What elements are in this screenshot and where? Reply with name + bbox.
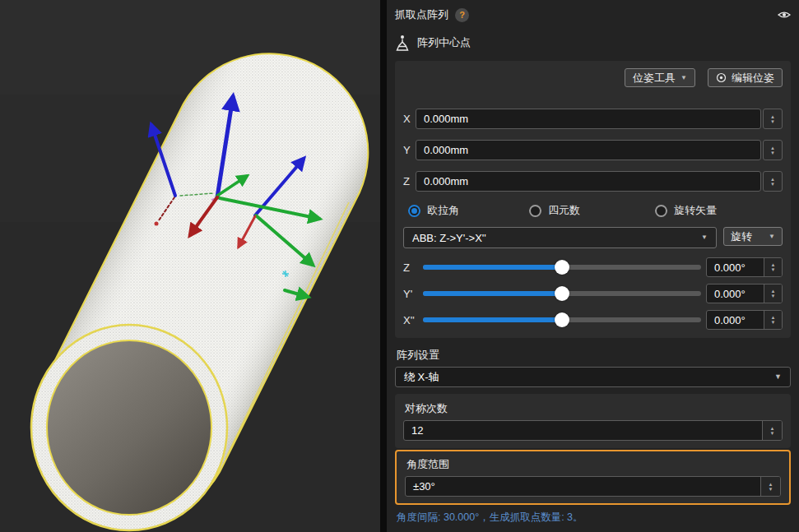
slider-x-value: 0.000° xyxy=(707,311,764,329)
euler-convention-row: ABB: Z->Y'->X'' ▼ 旋转 ▼ xyxy=(403,227,783,248)
coord-y-value: 0.000mm xyxy=(424,144,468,156)
slider-z-spinner[interactable]: ▲▼ xyxy=(764,258,782,276)
pose-tools-button[interactable]: 位姿工具 ▼ xyxy=(625,68,695,87)
angle-range-groupbox-highlighted: 角度范围 ±30° ▲▼ xyxy=(395,450,791,505)
coord-y-input[interactable]: 0.000mm xyxy=(416,140,761,160)
pose-toolbar: 位姿工具 ▼ 编辑位姿 xyxy=(403,68,783,87)
grasp-array-panel: 抓取点阵列 ? 阵列中心点 位姿工具 ▼ xyxy=(387,0,799,532)
array-center-point-row: 阵列中心点 xyxy=(395,34,791,52)
slider-y-label: Y' xyxy=(403,288,423,300)
chevron-down-icon: ▼ xyxy=(774,373,782,381)
euler-convention-dropdown[interactable]: ABB: Z->Y'->X'' ▼ xyxy=(403,227,717,248)
viewport-panel-splitter[interactable] xyxy=(380,0,387,532)
slider-y-spinner[interactable]: ▲▼ xyxy=(764,285,782,303)
pose-groupbox: 位姿工具 ▼ 编辑位姿 X 0.000mm ▲▼ Y 0.000mm xyxy=(395,61,791,338)
coord-z-value: 0.000mm xyxy=(424,175,468,187)
angle-range-spinner[interactable]: ▲▼ xyxy=(760,477,780,496)
edit-pose-button[interactable]: 编辑位姿 xyxy=(708,68,783,87)
slider-handle[interactable] xyxy=(555,286,569,301)
cylinder-opening xyxy=(31,325,227,530)
slider-x-label: X'' xyxy=(403,314,423,326)
pose-tools-label: 位姿工具 xyxy=(633,71,676,86)
slider-row-y: Y' 0.000° ▲▼ xyxy=(403,285,783,303)
slider-handle[interactable] xyxy=(555,260,569,275)
radio-circle xyxy=(529,205,541,217)
angle-range-input[interactable]: ±30° ▲▼ xyxy=(405,476,781,497)
point-cloud-cylinder xyxy=(0,0,380,532)
coord-x-input[interactable]: 0.000mm xyxy=(416,109,761,129)
radio-quaternion[interactable]: 四元数 xyxy=(529,203,655,218)
radio-euler-angles[interactable]: 欧拉角 xyxy=(408,203,529,218)
symmetry-count-label: 对称次数 xyxy=(405,401,781,415)
radio-euler-label: 欧拉角 xyxy=(427,203,459,218)
rotate-button[interactable]: 旋转 ▼ xyxy=(723,227,783,246)
grasp-point-icon xyxy=(395,35,410,52)
coord-row-z: Z 0.000mm ▲▼ xyxy=(403,171,783,192)
coord-row-x: X 0.000mm ▲▼ xyxy=(403,109,783,129)
slider-x[interactable] xyxy=(423,312,701,327)
slider-x-valuebox[interactable]: 0.000° ▲▼ xyxy=(706,310,783,330)
coord-x-value: 0.000mm xyxy=(424,113,468,125)
symmetry-count-spinner[interactable]: ▲▼ xyxy=(762,421,782,440)
slider-z-label: Z xyxy=(403,261,423,274)
slider-row-x: X'' 0.000° ▲▼ xyxy=(403,311,783,329)
array-settings-label: 阵列设置 xyxy=(397,348,789,361)
slider-z-value: 0.000° xyxy=(707,258,764,276)
radio-quaternion-label: 四元数 xyxy=(548,203,580,218)
coord-y-label: Y xyxy=(403,144,416,156)
slider-y-valuebox[interactable]: 0.000° ▲▼ xyxy=(706,284,783,303)
rotation-axis-dropdown[interactable]: 绕 X-轴 ▼ xyxy=(395,367,791,387)
slider-x-spinner[interactable]: ▲▼ xyxy=(764,311,782,329)
coord-x-label: X xyxy=(403,113,416,125)
chevron-down-icon: ▼ xyxy=(681,75,687,81)
rotation-axis-value: 绕 X-轴 xyxy=(404,370,439,385)
coord-z-input[interactable]: 0.000mm xyxy=(416,171,761,192)
visibility-eye-icon[interactable] xyxy=(778,10,791,20)
coord-row-y: Y 0.000mm ▲▼ xyxy=(403,140,783,160)
panel-title: 抓取点阵列 xyxy=(395,7,448,22)
slider-y-value: 0.000° xyxy=(707,285,764,303)
coord-x-spinner[interactable]: ▲▼ xyxy=(763,109,783,129)
euler-convention-value: ABB: Z->Y'->X'' xyxy=(412,232,486,244)
3d-viewport[interactable] xyxy=(0,0,380,532)
radio-circle xyxy=(655,205,667,217)
slider-z[interactable] xyxy=(423,260,701,275)
coord-z-label: Z xyxy=(403,175,416,187)
slider-z-valuebox[interactable]: 0.000° ▲▼ xyxy=(706,257,783,277)
symmetry-groupbox: 对称次数 12 ▲▼ xyxy=(395,394,791,448)
angle-range-label: 角度范围 xyxy=(406,457,779,471)
slider-y[interactable] xyxy=(423,286,701,301)
rotate-label: 旋转 xyxy=(731,229,752,244)
coord-z-spinner[interactable]: ▲▼ xyxy=(763,171,783,192)
target-icon xyxy=(716,72,727,83)
array-center-point-label: 阵列中心点 xyxy=(417,35,471,50)
panel-header: 抓取点阵列 ? xyxy=(395,7,791,23)
radio-rotation-vector-label: 旋转矢量 xyxy=(674,203,717,218)
help-icon[interactable]: ? xyxy=(455,8,469,22)
rotation-type-radios: 欧拉角 四元数 旋转矢量 xyxy=(408,204,783,217)
slider-handle[interactable] xyxy=(555,312,569,327)
symmetry-count-value: 12 xyxy=(404,421,762,440)
radio-circle xyxy=(408,205,420,217)
chevron-down-icon: ▼ xyxy=(701,234,708,241)
symmetry-count-input[interactable]: 12 ▲▼ xyxy=(403,420,783,441)
coord-y-spinner[interactable]: ▲▼ xyxy=(763,140,783,160)
edit-pose-label: 编辑位姿 xyxy=(732,71,774,86)
slider-row-z: Z 0.000° ▲▼ xyxy=(403,258,783,276)
chevron-down-icon: ▼ xyxy=(769,234,775,240)
angle-interval-hint: 角度间隔: 30.000°，生成抓取点数量: 3。 xyxy=(397,511,789,525)
angle-range-value: ±30° xyxy=(406,477,760,496)
radio-rotation-vector[interactable]: 旋转矢量 xyxy=(655,203,717,218)
